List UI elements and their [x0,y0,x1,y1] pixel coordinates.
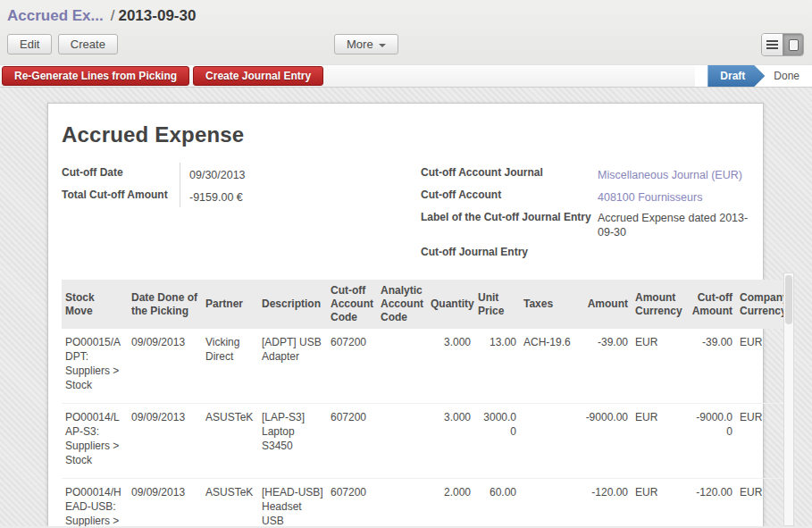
edit-button[interactable]: Edit [7,34,52,54]
field-label: Cut-off Account Journal [421,163,598,185]
field-value-box: Miscellaneous Journal (EUR) [598,163,763,185]
breadcrumb-separator: / [111,7,115,24]
table-cell: 3000.00 [474,404,520,479]
vertical-scrollbar[interactable] [783,272,794,526]
table-cell: 09/09/2013 [128,479,202,527]
field-value: 09/30/2013 [189,168,246,182]
field-row: Cut-off Account408100 Fournisseurs [421,185,763,207]
table-cell: ASUSTeK [202,479,258,527]
column-header: Taxes [520,280,577,329]
statusbar: DraftDone [695,65,812,87]
field-value-box: Accrued Expense dated 2013-09-30 [598,207,763,242]
table-header-row: Stock MoveDate Done of the PickingPartne… [62,280,791,329]
column-header: Amount [577,280,632,329]
table-cell [377,404,427,479]
main-content: Accrued Expense Cut-off Date09/30/2013To… [0,88,812,526]
lines-table: Stock MoveDate Done of the PickingPartne… [62,280,791,526]
column-header: Description [258,280,327,329]
table-cell: 13.00 [474,329,520,404]
table-cell: 09/09/2013 [128,329,202,404]
chevron-down-icon [379,44,386,47]
table-cell: 607200 [327,479,377,527]
table-cell: ASUSTeK [202,404,258,479]
table-cell [520,479,577,527]
table-cell: EUR [632,329,687,404]
field-value: Accrued Expense dated 2013-09-30 [598,211,763,239]
table-cell: EUR [632,404,687,479]
table-cell: -39.00 [577,329,632,404]
status-state-draft[interactable]: Draft [707,65,765,87]
field-row: Cut-off Account JournalMiscellaneous Jou… [421,163,763,185]
table-row[interactable]: PO00015/ADPT: Suppliers > Stock09/09/201… [62,329,791,404]
field-label: Cut-off Journal Entry [421,242,598,264]
table-cell: [LAP-S3] Laptop S3450 [258,404,327,479]
table-cell: 607200 [327,329,377,404]
table-cell: 3.000 [427,404,474,479]
table-cell: EUR [632,479,687,527]
toolbar: Edit Create More [0,30,812,63]
field-group: Cut-off Date09/30/2013Total Cut-off Amou… [62,163,763,264]
breadcrumb-parent-link[interactable]: Accrued Ex... [7,7,104,24]
create-journal-entry-button[interactable]: Create Journal Entry [193,66,323,86]
list-icon [766,40,778,49]
table-cell: -9000.00 [577,404,632,479]
table-cell: PO00014/HEAD-USB: Suppliers > Stock [62,479,128,527]
top-bar: Accrued Ex.../2013-09-30 Edit Create Mor… [0,0,812,64]
view-switcher [761,33,804,56]
table-cell: -120.00 [577,479,632,527]
field-label: Cut-off Account [421,185,598,207]
column-header: Quantity [427,280,474,329]
field-value-link[interactable]: 408100 Fournisseurs [598,190,702,205]
field-label: Cut-off Date [62,163,180,185]
table-cell [377,479,427,527]
more-button-label: More [347,38,373,51]
field-value-box: 408100 Fournisseurs [598,185,763,207]
table-cell: -39.00 [687,329,736,404]
column-header: Partner [202,280,258,329]
vertical-scrollbar-thumb[interactable] [785,275,792,324]
field-value: -9159.00 € [189,190,243,205]
status-state-done[interactable]: Done [765,65,812,87]
table-cell [377,329,427,404]
field-row: Total Cut-off Amount-9159.00 € [62,185,421,207]
column-header: Amount Currency [632,280,687,329]
column-header: Unit Price [474,280,520,329]
form-view-button[interactable] [783,34,803,55]
table-cell: 2.000 [427,479,474,527]
field-value-box: -9159.00 € [180,185,421,207]
table-cell: 60.00 [474,479,520,527]
regenerate-lines-button[interactable]: Re-Generate Lines from Picking [2,66,189,86]
field-value-box [598,242,763,264]
table-cell: [ADPT] USB Adapter [258,329,327,404]
field-label: Total Cut-off Amount [62,185,180,207]
table-row[interactable]: PO00014/LAP-S3: Suppliers > Stock09/09/2… [62,404,791,479]
action-row: Re-Generate Lines from Picking Create Jo… [0,64,812,88]
table-cell: ACH-19.6 [520,329,577,404]
column-header: Cut-off Amount [687,280,736,329]
table-cell: PO00015/ADPT: Suppliers > Stock [62,329,128,404]
table-cell: 3.000 [427,329,474,404]
column-header: Date Done of the Picking [128,280,202,329]
table-cell: 09/09/2013 [128,404,202,479]
form-sheet: Accrued Expense Cut-off Date09/30/2013To… [47,103,764,526]
table-cell: 607200 [327,404,377,479]
field-column-right: Cut-off Account JournalMiscellaneous Jou… [421,163,763,264]
field-value-box: 09/30/2013 [180,163,421,185]
column-header: Analytic Account Code [377,280,427,329]
list-view-button[interactable] [762,34,783,55]
table-cell: Vicking Direct [202,329,258,404]
page-title: Accrued Expense [62,122,763,147]
field-value-link[interactable]: Miscellaneous Journal (EUR) [598,168,742,182]
field-row: Label of the Cut-off Journal EntryAccrue… [421,207,763,242]
table-cell: PO00014/LAP-S3: Suppliers > Stock [62,404,128,479]
form-icon [789,39,799,51]
more-button[interactable]: More [334,34,398,54]
field-label: Label of the Cut-off Journal Entry [421,207,598,242]
table-row[interactable]: PO00014/HEAD-USB: Suppliers > Stock09/09… [62,479,791,527]
breadcrumb: Accrued Ex.../2013-09-30 [0,0,812,25]
table-cell: [HEAD-USB] Headset USB [258,479,327,527]
field-row: Cut-off Journal Entry [421,242,763,264]
column-header: Stock Move [62,280,128,329]
create-button[interactable]: Create [58,34,118,54]
column-header: Cut-off Account Code [327,280,377,329]
